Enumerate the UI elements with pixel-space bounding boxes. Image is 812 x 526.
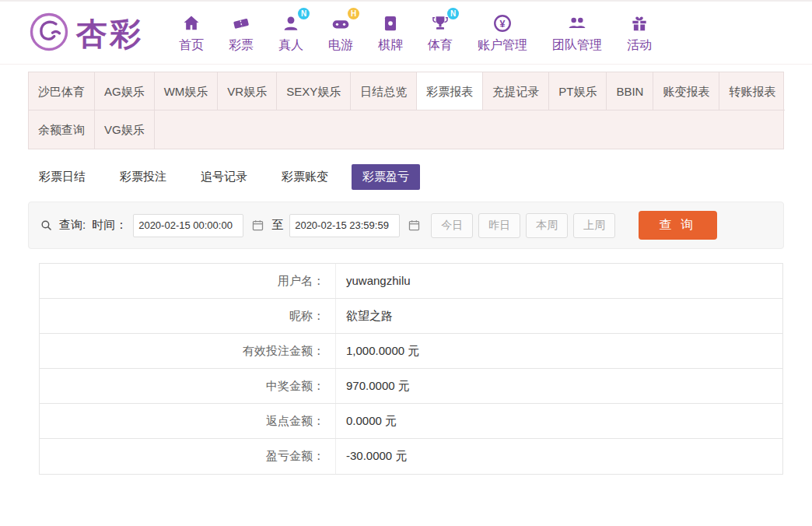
tab-balance-query[interactable]: 余额查询 bbox=[29, 110, 95, 149]
quick-range-group: 今日 昨日 本周 上周 bbox=[431, 213, 615, 238]
query-label: 查询: bbox=[59, 218, 86, 233]
table-row-valid-bet-amount: 有效投注金额： 1,000.0000 元 bbox=[40, 334, 782, 369]
subtab-lottery-account-change[interactable]: 彩票账变 bbox=[271, 164, 339, 190]
tab-sexy[interactable]: SEXY娱乐 bbox=[277, 72, 351, 110]
nav-item-egames[interactable]: H 电游 bbox=[328, 13, 353, 54]
row-label: 盈亏金额： bbox=[40, 439, 336, 474]
main-nav: 首页 彩票 N 真人 H 电游 棋牌 bbox=[179, 13, 652, 54]
subtab-chase-records[interactable]: 追号记录 bbox=[190, 164, 258, 190]
row-value: 欲望之路 bbox=[336, 299, 782, 333]
table-row-nickname: 昵称： 欲望之路 bbox=[40, 299, 782, 334]
table-row-rebate-amount: 返点金额： 0.0000 元 bbox=[40, 404, 782, 439]
header: 杏彩 首页 彩票 N 真人 H 电游 bbox=[0, 2, 812, 65]
tab-deposit-withdraw[interactable]: 充提记录 bbox=[483, 72, 549, 110]
new-badge: N bbox=[447, 8, 459, 19]
subtab-lottery-bets[interactable]: 彩票投注 bbox=[109, 164, 177, 190]
row-label: 昵称： bbox=[40, 299, 336, 333]
nav-item-lottery[interactable]: 彩票 bbox=[229, 13, 254, 54]
date-from-input[interactable] bbox=[133, 214, 243, 237]
brand-name: 杏彩 bbox=[76, 12, 143, 55]
table-row-winning-amount: 中奖金额： 970.0000 元 bbox=[40, 369, 782, 404]
svg-text:¥: ¥ bbox=[500, 19, 506, 30]
row-value: 0.0000 元 bbox=[336, 404, 782, 438]
query-submit-button[interactable]: 查 询 bbox=[639, 211, 716, 240]
calendar-icon[interactable] bbox=[250, 217, 265, 234]
nav-item-promotions[interactable]: 活动 bbox=[627, 13, 652, 54]
search-bar: 查询: 时间： 至 今日 昨日 本周 上周 查 询 bbox=[28, 202, 784, 249]
nav-item-sports[interactable]: N 体育 bbox=[428, 13, 453, 54]
nav-item-account[interactable]: ¥ 账户管理 bbox=[478, 13, 527, 54]
tab-lottery-report[interactable]: 彩票报表 bbox=[417, 72, 483, 110]
tab-daily-summary[interactable]: 日结总览 bbox=[351, 72, 417, 110]
gamepad-icon: H bbox=[331, 13, 351, 33]
nav-item-home[interactable]: 首页 bbox=[179, 13, 204, 54]
live-person-icon: N bbox=[281, 13, 301, 33]
brand-logo[interactable]: 杏彩 bbox=[28, 11, 143, 56]
calendar-icon[interactable] bbox=[406, 217, 422, 234]
subtab-lottery-profit-loss[interactable]: 彩票盈亏 bbox=[352, 164, 420, 190]
nav-item-label: 彩票 bbox=[229, 37, 254, 54]
profit-loss-table: 用户名： yuwangzhilu 昵称： 欲望之路 有效投注金额： 1,000.… bbox=[39, 263, 783, 475]
tab-bbin[interactable]: BBIN bbox=[607, 72, 653, 110]
account-coin-icon: ¥ bbox=[492, 13, 513, 33]
nav-item-label: 电游 bbox=[328, 37, 353, 54]
last-week-button[interactable]: 上周 bbox=[573, 213, 615, 238]
row-label: 有效投注金额： bbox=[40, 334, 336, 368]
row-label: 中奖金额： bbox=[40, 369, 336, 403]
search-icon bbox=[40, 219, 53, 232]
tab-pt[interactable]: PT娱乐 bbox=[549, 72, 607, 110]
nav-item-label: 活动 bbox=[627, 37, 652, 54]
to-label: 至 bbox=[271, 218, 283, 233]
nav-item-label: 真人 bbox=[278, 37, 303, 54]
gift-icon bbox=[629, 13, 649, 33]
report-tabstrip: 沙巴体育 AG娱乐 WM娱乐 VR娱乐 SEXY娱乐 日结总览 彩票报表 充提记… bbox=[28, 72, 784, 149]
tab-vr[interactable]: VR娱乐 bbox=[218, 72, 277, 110]
home-icon bbox=[181, 13, 201, 33]
table-row-profit-loss-amount: 盈亏金额： -30.0000 元 bbox=[40, 439, 782, 474]
nav-item-label: 账户管理 bbox=[478, 37, 527, 54]
nav-item-label: 棋牌 bbox=[378, 37, 403, 54]
team-icon bbox=[567, 13, 587, 33]
nav-item-label: 首页 bbox=[179, 37, 204, 54]
tab-transfer-report[interactable]: 转账报表 bbox=[719, 72, 785, 110]
tab-wm[interactable]: WM娱乐 bbox=[155, 72, 219, 110]
tab-vg[interactable]: VG娱乐 bbox=[95, 110, 155, 149]
new-badge: N bbox=[298, 8, 310, 19]
date-to-input[interactable] bbox=[289, 214, 400, 237]
tab-row-2: 余额查询 VG娱乐 bbox=[29, 110, 783, 149]
row-value: -30.0000 元 bbox=[336, 439, 782, 474]
row-label: 用户名： bbox=[40, 264, 336, 298]
nav-item-live[interactable]: N 真人 bbox=[278, 13, 303, 54]
trophy-icon: N bbox=[430, 13, 450, 33]
ticket-icon bbox=[231, 13, 251, 33]
this-week-button[interactable]: 本周 bbox=[526, 213, 568, 238]
nav-item-label: 体育 bbox=[428, 37, 453, 54]
row-value: 1,000.0000 元 bbox=[336, 334, 782, 368]
table-row-username: 用户名： yuwangzhilu bbox=[40, 264, 782, 299]
subtab-lottery-daily[interactable]: 彩票日结 bbox=[28, 164, 96, 190]
row-label: 返点金额： bbox=[40, 404, 336, 438]
nav-item-label: 团队管理 bbox=[552, 37, 602, 54]
tab-ag[interactable]: AG娱乐 bbox=[95, 72, 155, 110]
brand-logo-icon bbox=[28, 11, 70, 56]
lottery-report-subtabs: 彩票日结 彩票投注 追号记录 彩票账变 彩票盈亏 bbox=[28, 157, 784, 197]
hot-badge: H bbox=[348, 8, 359, 19]
row-value: yuwangzhilu bbox=[336, 264, 782, 298]
nav-item-team[interactable]: 团队管理 bbox=[552, 13, 602, 54]
today-button[interactable]: 今日 bbox=[431, 213, 473, 238]
time-label: 时间： bbox=[92, 218, 127, 233]
tab-row-1: 沙巴体育 AG娱乐 WM娱乐 VR娱乐 SEXY娱乐 日结总览 彩票报表 充提记… bbox=[29, 72, 783, 110]
nav-item-boardgames[interactable]: 棋牌 bbox=[378, 13, 403, 54]
board-games-icon bbox=[380, 13, 401, 33]
tab-account-change-report[interactable]: 账变报表 bbox=[653, 72, 719, 110]
tab-shaba-sports[interactable]: 沙巴体育 bbox=[29, 72, 95, 110]
yesterday-button[interactable]: 昨日 bbox=[478, 213, 520, 238]
row-value: 970.0000 元 bbox=[336, 369, 782, 403]
